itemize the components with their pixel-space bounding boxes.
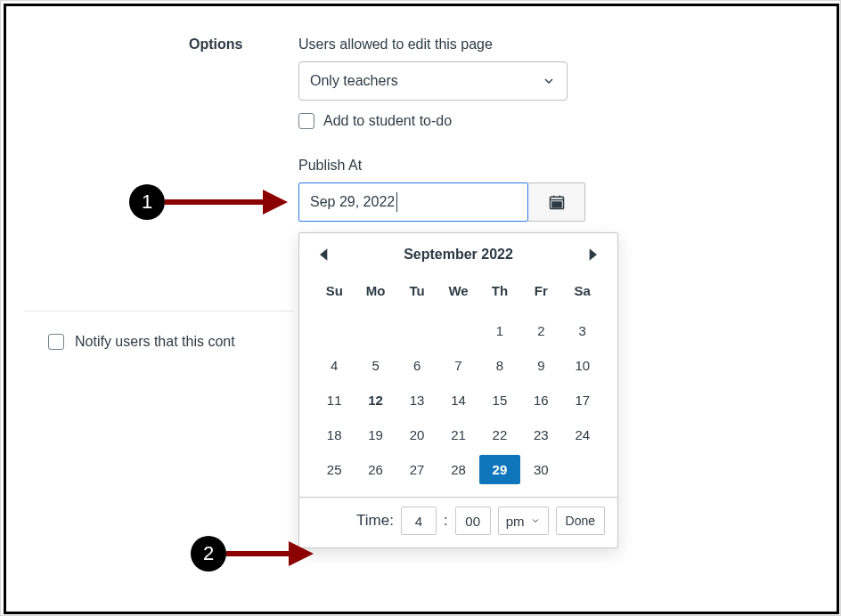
svg-rect-4 <box>552 202 555 205</box>
divider-line <box>24 311 293 312</box>
date-picker-day[interactable]: 3 <box>562 316 603 345</box>
date-picker-empty-cell <box>437 316 478 345</box>
users-allowed-select[interactable]: Only teachers <box>298 61 567 101</box>
time-colon: : <box>444 512 448 530</box>
text-caret <box>396 192 397 212</box>
date-picker-day[interactable]: 8 <box>479 351 520 380</box>
date-picker-day[interactable]: 27 <box>396 455 437 484</box>
date-picker-day[interactable]: 30 <box>520 455 561 484</box>
publish-at-input[interactable]: Sep 29, 2022 <box>298 182 528 222</box>
annotation-arrow-shaft <box>165 199 263 205</box>
date-picker-dayname: Th <box>479 276 520 311</box>
date-picker-dayname: Tu <box>396 276 437 311</box>
annotation-arrow-head-icon <box>289 541 314 566</box>
svg-marker-10 <box>320 248 327 260</box>
date-picker-day[interactable]: 9 <box>520 351 561 380</box>
date-picker-day[interactable]: 2 <box>520 316 561 345</box>
date-picker-day[interactable]: 13 <box>396 385 437 415</box>
annotation-badge-2: 2 <box>191 536 226 571</box>
annotation-arrow-head-icon <box>263 190 288 215</box>
date-picker-day[interactable]: 15 <box>479 385 520 415</box>
date-picker-day[interactable]: 5 <box>355 351 396 380</box>
add-to-todo-label: Add to student to-do <box>323 113 452 129</box>
date-picker-dayname: Sa <box>562 276 603 311</box>
date-picker-day[interactable]: 28 <box>437 455 478 484</box>
date-picker-day[interactable]: 11 <box>314 385 355 415</box>
annotation-2: 2 <box>191 536 314 571</box>
users-allowed-value: Only teachers <box>310 73 398 89</box>
date-picker-day[interactable]: 22 <box>479 420 520 450</box>
time-hour-input[interactable]: 4 <box>401 507 437 535</box>
svg-rect-8 <box>555 205 558 207</box>
svg-rect-6 <box>559 202 561 205</box>
svg-rect-9 <box>559 205 561 207</box>
date-picker-day[interactable]: 23 <box>520 420 561 450</box>
date-picker-grid: SuMoTuWeThFrSa12345678910111213141516171… <box>299 272 617 497</box>
svg-rect-5 <box>555 202 558 205</box>
date-picker-day[interactable]: 4 <box>314 351 355 380</box>
date-picker-day[interactable]: 7 <box>437 351 478 380</box>
date-picker-dayname: We <box>437 276 478 311</box>
prev-month-button[interactable] <box>315 246 333 263</box>
svg-rect-7 <box>552 205 555 207</box>
date-picker-done-button[interactable]: Done <box>556 507 605 535</box>
publish-at-calendar-button[interactable] <box>528 182 585 222</box>
date-picker-day[interactable]: 26 <box>355 455 396 484</box>
date-picker-day[interactable]: 17 <box>562 385 603 415</box>
time-ampm-value: pm <box>506 514 525 529</box>
annotation-1: 1 <box>129 184 288 220</box>
options-section-label: Options <box>189 36 242 53</box>
publish-at-label: Publish At <box>298 158 362 174</box>
time-minute-input[interactable]: 00 <box>455 507 491 535</box>
date-picker-popup: September 2022 SuMoTuWeThFrSa12345678910… <box>298 232 618 548</box>
date-picker-day[interactable]: 12 <box>355 385 396 415</box>
date-picker-day[interactable]: 16 <box>520 385 561 415</box>
add-to-todo-checkbox[interactable] <box>298 113 314 129</box>
next-month-button[interactable] <box>584 246 601 263</box>
date-picker-day[interactable]: 21 <box>437 420 478 450</box>
notify-users-label: Notify users that this cont <box>75 334 235 350</box>
chevron-down-icon <box>542 74 556 88</box>
time-ampm-select[interactable]: pm <box>498 507 549 535</box>
date-picker-month-title: September 2022 <box>404 247 513 263</box>
date-picker-day[interactable]: 24 <box>562 420 603 450</box>
date-picker-dayname: Mo <box>355 276 396 311</box>
notify-users-checkbox[interactable] <box>48 334 64 350</box>
date-picker-day[interactable]: 6 <box>396 351 437 380</box>
annotation-arrow-shaft <box>226 551 289 556</box>
date-picker-empty-cell <box>355 316 396 345</box>
date-picker-day[interactable]: 20 <box>396 420 437 450</box>
date-picker-empty-cell <box>314 316 355 345</box>
annotation-badge-1: 1 <box>129 184 165 220</box>
chevron-down-icon <box>530 515 541 526</box>
date-picker-day[interactable]: 1 <box>479 316 520 345</box>
calendar-icon <box>548 193 566 211</box>
date-picker-day[interactable]: 10 <box>562 351 603 380</box>
date-picker-day[interactable]: 18 <box>314 420 355 450</box>
svg-marker-11 <box>590 248 597 260</box>
date-picker-day[interactable]: 14 <box>437 385 478 415</box>
date-picker-day[interactable]: 29 <box>479 455 520 484</box>
date-picker-day[interactable]: 25 <box>314 455 355 484</box>
time-label: Time: <box>356 512 394 530</box>
date-picker-day[interactable]: 19 <box>355 420 396 450</box>
date-picker-dayname: Su <box>314 276 355 311</box>
date-picker-empty-cell <box>396 316 437 345</box>
users-allowed-label: Users allowed to edit this page <box>298 36 493 53</box>
date-picker-dayname: Fr <box>520 276 561 311</box>
publish-at-value: Sep 29, 2022 <box>310 194 395 210</box>
